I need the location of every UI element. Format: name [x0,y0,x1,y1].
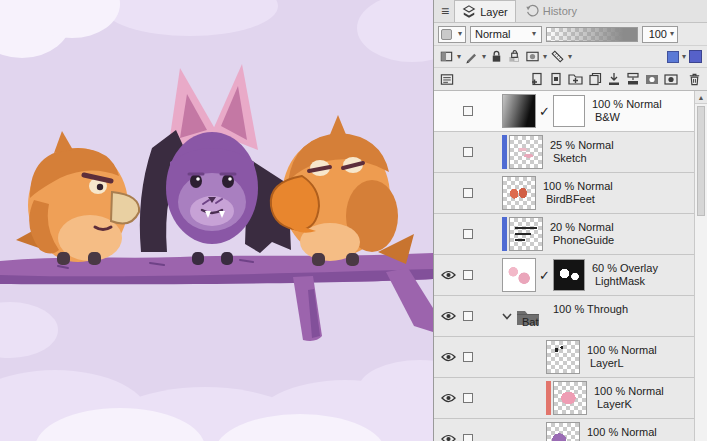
visibility-toggle[interactable] [438,434,458,441]
tab-history-label: History [543,5,577,17]
palette-color-combo[interactable]: ▾ [438,26,466,43]
layer-select-checkbox[interactable] [458,393,478,403]
eye-icon [441,434,456,441]
scroll-up-arrow-icon[interactable]: ▲ [695,91,707,104]
blend-mode-value: Normal [475,28,510,40]
checkbox-icon [463,311,473,321]
opacity-value: 100 [649,28,667,40]
visibility-toggle[interactable] [438,270,458,280]
blend-row: ▾ Normal ▾ 100 ▾ [434,23,707,46]
mask-enabled-icon[interactable]: ✓ [539,269,550,282]
layer-select-checkbox[interactable] [458,188,478,198]
new-raster-layer-icon[interactable] [528,69,546,89]
visibility-toggle[interactable] [438,311,458,321]
layer-thumbnail[interactable] [502,94,536,128]
layer-select-checkbox[interactable] [458,311,478,321]
app-window: ≡ Layer History ▾ Normal ▾ [0,0,707,441]
panel-tabs-row: ≡ Layer History [434,0,707,23]
layer-list-scrollbar[interactable]: ▲ [694,91,707,441]
checkbox-icon [463,229,473,239]
artwork [0,0,433,441]
layer-row[interactable]: 100 % Normal LayerL [434,337,694,378]
layer-thumbnail[interactable] [509,135,543,169]
layer-select-checkbox[interactable] [458,106,478,116]
layer-commands-toolbar [434,68,707,91]
layer-name: LayerL [587,357,657,370]
checkbox-icon [463,352,473,362]
apply-mask-icon[interactable] [662,69,680,89]
clip-at-layer-below-icon[interactable] [438,47,455,67]
layer-select-checkbox[interactable] [458,229,478,239]
layer-row[interactable]: 20 % Normal PhoneGuide [434,214,694,255]
layer-name: Sketch [550,152,614,165]
blend-mode-select[interactable]: Normal ▾ [470,26,542,43]
layer-info: 20 % Normal [550,221,614,234]
panel-menu-icon[interactable]: ≡ [438,4,452,18]
layer-thumbnail[interactable] [546,340,580,374]
layer-color-dropdown[interactable] [666,47,680,67]
tab-layer[interactable]: Layer [454,0,516,22]
layer-name: B&W [592,111,662,124]
checkbox-icon [463,188,473,198]
layer-row[interactable]: ✓ 60 % Overlay LightMask [434,255,694,296]
layer-row-folder[interactable]: 100 % Through Bat [434,296,694,337]
chevron-down-icon[interactable]: ▾ [456,53,462,61]
eye-icon [441,311,456,321]
layer-palette-icon [462,5,476,19]
layer-mask-thumbnail[interactable] [553,259,585,291]
lock-transparent-pixels-icon[interactable] [506,47,523,67]
mask-enabled-icon[interactable]: ✓ [539,105,550,118]
delete-layer-icon[interactable] [686,69,703,89]
layer-thumbnail[interactable] [546,422,580,441]
opacity-slider[interactable] [546,27,638,42]
layer-thumbnail[interactable] [553,381,587,415]
layer-select-checkbox[interactable] [458,147,478,157]
visibility-toggle[interactable] [438,352,458,362]
layer-thumbnail[interactable] [502,258,536,292]
layer-row[interactable]: ✓ 100 % Normal B&W [434,91,694,132]
checkbox-icon [463,434,473,441]
ruler-icon[interactable] [549,47,566,67]
layer-name: LightMask [592,275,658,288]
new-layer-folder-icon[interactable] [566,69,585,89]
chevron-down-icon[interactable]: ▾ [567,53,573,61]
enable-mask-icon[interactable] [524,47,541,67]
layer-color-label [502,217,507,251]
chevron-down-icon: ▾ [669,30,675,38]
layer-name: LayerK [594,398,664,411]
lock-layer-icon[interactable] [488,47,505,67]
drawing-canvas[interactable] [0,0,433,441]
chevron-down-icon[interactable]: ▾ [542,53,548,61]
layer-row[interactable]: 100 % Normal LayerJ [434,419,694,441]
opacity-value-box[interactable]: 100 ▾ [642,26,678,43]
visibility-toggle[interactable] [438,393,458,403]
create-layer-mask-icon[interactable] [643,69,661,89]
layer-info: 100 % Normal [587,426,657,439]
transfer-to-lower-layer-icon[interactable] [605,69,623,89]
new-vector-layer-icon[interactable] [547,69,565,89]
palette-color-solid-swatch[interactable] [688,47,703,67]
chevron-down-icon[interactable]: ▾ [481,53,487,61]
layer-thumbnail[interactable] [509,217,543,251]
layer-settings-toolbar: ▾ ▾ ▾ ▾ ▾ [434,46,707,68]
layer-select-checkbox[interactable] [458,270,478,280]
layer-thumbnail[interactable] [502,176,536,210]
solid-color-swatch-icon [689,50,702,63]
layer-info: 100 % Normal [543,180,613,193]
eye-icon [441,393,456,403]
layer-row[interactable]: 25 % Normal Sketch [434,132,694,173]
tab-history[interactable]: History [518,0,584,22]
scrollbar-thumb[interactable] [697,106,705,216]
layer-list: ✓ 100 % Normal B&W 25 % Normal [434,91,694,441]
layer-select-checkbox[interactable] [458,352,478,362]
draft-layer-icon[interactable] [463,47,480,67]
layer-mask-thumbnail[interactable] [553,95,585,127]
layer-select-checkbox[interactable] [458,434,478,441]
collapse-expand-icon[interactable] [502,313,512,320]
chevron-down-icon[interactable]: ▾ [681,53,687,61]
duplicate-layer-icon[interactable] [586,69,604,89]
palette-options-icon[interactable] [438,69,456,89]
layer-row[interactable]: 100 % Normal BirdBFeet [434,173,694,214]
merge-to-lower-layer-icon[interactable] [624,69,642,89]
layer-row[interactable]: 100 % Normal LayerK [434,378,694,419]
